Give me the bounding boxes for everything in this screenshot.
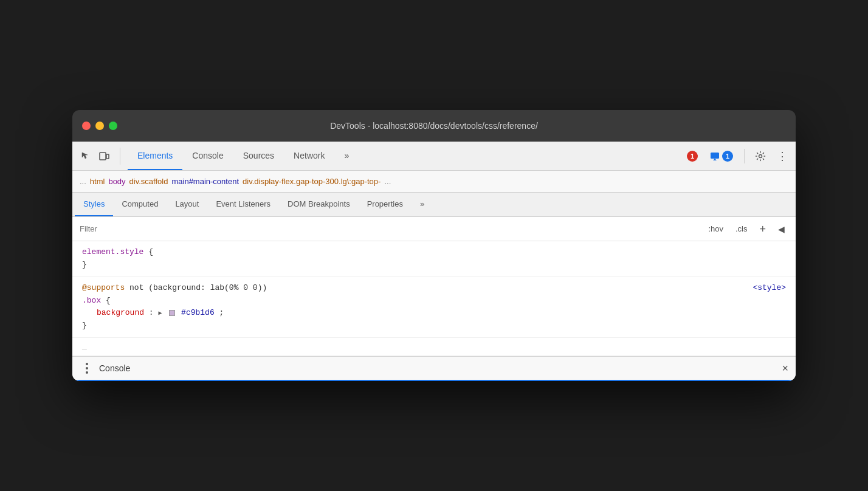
main-tabs: Elements Console Sources Network » bbox=[128, 142, 359, 170]
css-rule-partial: _ bbox=[72, 338, 796, 356]
close-button[interactable] bbox=[82, 122, 91, 130]
breadcrumb-item-body[interactable]: body bbox=[108, 177, 125, 186]
css-styles-panel: element.style { } <style> @supports not … bbox=[72, 241, 796, 356]
tab-sources[interactable]: Sources bbox=[233, 142, 284, 170]
filter-actions: :hov .cls + ◀ bbox=[704, 222, 788, 236]
color-swatch[interactable] bbox=[169, 310, 175, 316]
plus-icon: + bbox=[759, 223, 766, 235]
toolbar-right: 1 1 bbox=[683, 148, 791, 165]
breadcrumb-item-html[interactable]: html bbox=[90, 177, 105, 186]
css-line-atrule: @supports not (background: lab(0% 0 0)) bbox=[82, 282, 786, 295]
css-rule-element-style: element.style { } bbox=[72, 241, 796, 277]
more-options-icon[interactable]: ⋮ bbox=[774, 148, 791, 165]
svg-point-3 bbox=[759, 154, 762, 157]
css-line-background: background : ▶ #c9b1d6 ; bbox=[82, 307, 786, 320]
sub-tab-more[interactable]: » bbox=[412, 193, 433, 216]
error-count: 1 bbox=[687, 151, 698, 162]
styles-sub-tabs: Styles Computed Layout Event Listeners D… bbox=[72, 193, 796, 217]
main-toolbar: Elements Console Sources Network » bbox=[72, 142, 796, 171]
breadcrumb-dots-left[interactable]: ... bbox=[80, 177, 86, 186]
settings-icon[interactable] bbox=[752, 148, 769, 165]
console-drawer-title: Console bbox=[99, 363, 130, 373]
drawer-more-options[interactable] bbox=[80, 361, 94, 376]
cls-button[interactable]: .cls bbox=[732, 222, 751, 235]
console-badge-button[interactable]: 1 bbox=[706, 148, 737, 164]
breadcrumb-item-main[interactable]: main#main-content bbox=[171, 177, 239, 186]
toolbar-icons bbox=[77, 148, 120, 165]
add-class-button[interactable]: + bbox=[756, 222, 770, 236]
css-rule-supports: <style> @supports not (background: lab(0… bbox=[72, 277, 796, 338]
error-badge-button[interactable]: 1 bbox=[683, 148, 701, 164]
window-title: DevTools - localhost:8080/docs/devtools/… bbox=[330, 121, 538, 131]
toggle-sidebar-icon[interactable]: ◀ bbox=[774, 222, 788, 236]
css-line-selector: element.style { bbox=[82, 246, 786, 259]
filter-bar: :hov .cls + ◀ bbox=[72, 217, 796, 241]
tab-console[interactable]: Console bbox=[182, 142, 233, 170]
filter-input[interactable] bbox=[80, 224, 704, 233]
css-rule-source-link[interactable]: <style> bbox=[753, 282, 786, 295]
css-line-close-2: } bbox=[82, 320, 786, 332]
tab-network[interactable]: Network bbox=[284, 142, 334, 170]
sub-tab-styles[interactable]: Styles bbox=[75, 193, 113, 216]
sub-tab-layout[interactable]: Layout bbox=[167, 193, 207, 216]
svg-rect-0 bbox=[100, 153, 106, 160]
sub-tab-event-listeners[interactable]: Event Listeners bbox=[207, 193, 279, 216]
sub-tab-computed[interactable]: Computed bbox=[113, 193, 167, 216]
breadcrumb-dots-right[interactable]: ... bbox=[384, 177, 391, 186]
device-toggle-icon[interactable] bbox=[95, 148, 112, 165]
hov-button[interactable]: :hov bbox=[704, 222, 727, 235]
fullscreen-button[interactable] bbox=[109, 122, 117, 130]
title-bar: DevTools - localhost:8080/docs/devtools/… bbox=[72, 110, 796, 142]
minimize-button[interactable] bbox=[95, 122, 104, 130]
breadcrumb-item-scaffold[interactable]: div.scaffold bbox=[129, 177, 168, 186]
console-drawer-header: Console × bbox=[72, 357, 796, 381]
devtools-panel: Elements Console Sources Network » bbox=[72, 142, 796, 381]
tab-more[interactable]: » bbox=[334, 142, 359, 170]
console-icon bbox=[710, 151, 720, 161]
breadcrumb: ... html body div.scaffold main#main-con… bbox=[72, 171, 796, 193]
console-count: 1 bbox=[722, 151, 733, 162]
sub-tab-properties[interactable]: Properties bbox=[359, 193, 412, 216]
svg-rect-2 bbox=[711, 153, 719, 159]
console-drawer: Console × bbox=[72, 356, 796, 381]
svg-rect-1 bbox=[106, 154, 109, 159]
toolbar-divider bbox=[744, 149, 745, 163]
breadcrumb-item-div[interactable]: div.display-flex.gap-top-300.lg\:gap-top… bbox=[243, 177, 381, 186]
sub-tab-dom-breakpoints[interactable]: DOM Breakpoints bbox=[279, 193, 359, 216]
tab-elements[interactable]: Elements bbox=[128, 142, 182, 170]
css-line-close: } bbox=[82, 259, 786, 272]
inspect-icon[interactable] bbox=[77, 148, 94, 165]
color-swatch-triangle[interactable]: ▶ bbox=[158, 309, 162, 318]
traffic-lights bbox=[82, 122, 117, 130]
css-line-box-selector: .box { bbox=[82, 295, 786, 307]
console-drawer-close-button[interactable]: × bbox=[782, 363, 788, 374]
devtools-window: DevTools - localhost:8080/docs/devtools/… bbox=[72, 110, 796, 381]
